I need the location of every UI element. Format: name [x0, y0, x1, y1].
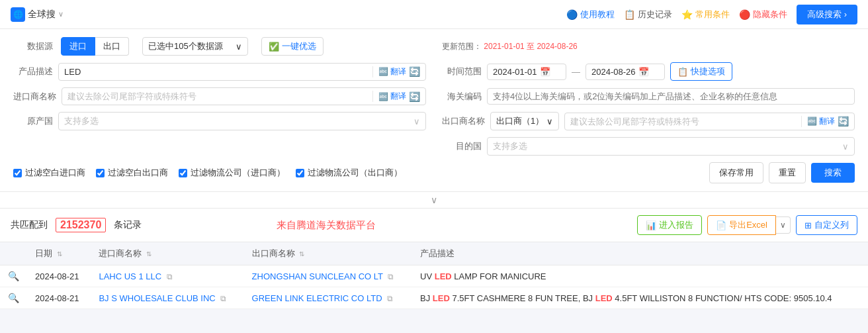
importer-translate-btn[interactable]: 🔤 翻译 — [372, 91, 406, 102]
import-tab[interactable]: 进口 — [61, 37, 95, 56]
row2-importer-link[interactable]: BJ S WHOLESALE CLUB INC — [99, 293, 215, 303]
export-tab[interactable]: 出口 — [95, 37, 129, 56]
importer-input[interactable] — [67, 91, 370, 101]
one-key-btn[interactable]: ✅ 一键优选 — [261, 37, 324, 56]
history-link[interactable]: 📋 历史记录 — [624, 9, 672, 21]
global-search-label: 全球搜 — [28, 9, 56, 21]
row1-led-highlight: LED — [435, 271, 452, 281]
sync-icon[interactable]: 🔄 — [409, 66, 420, 77]
hscode-input[interactable] — [487, 88, 855, 105]
filter-logistics-export-checkbox[interactable]: 过滤物流公司（出口商） — [296, 167, 402, 179]
row2-exporter-copy-icon[interactable]: ⧉ — [387, 294, 393, 303]
exporter-select-value: 出口商（1） — [496, 115, 544, 127]
top-bar: 🌐 全球搜 ∨ 🔵 使用教程 📋 历史记录 ⭐ 常用条件 🔴 隐藏条件 高级搜索… — [0, 0, 868, 29]
time-range-row: 更新范围： 2021-01-01 至 2024-08-26 — [442, 41, 855, 52]
match-suffix: 条记录 — [114, 219, 142, 231]
product-label: 产品描述 — [13, 66, 53, 77]
export-excel-group: 📄 导出Excel ∨ — [707, 215, 791, 235]
dest-select[interactable]: 支持多选 ∨ — [487, 137, 855, 156]
row2-led-highlight2: LED — [595, 293, 613, 303]
sort-date-icon[interactable]: ⇅ — [57, 250, 62, 258]
sort-exporter-icon[interactable]: ⇅ — [299, 250, 304, 258]
translate-button[interactable]: 🔤 翻译 — [372, 66, 406, 77]
match-count: 2152370 — [56, 218, 106, 232]
origin-placeholder: 支持多选 — [64, 115, 99, 127]
row1-importer-copy-icon[interactable]: ⧉ — [167, 272, 173, 281]
top-left: 🌐 全球搜 ∨ — [11, 7, 64, 22]
filter-export-label: 过滤空白出口商 — [108, 167, 168, 179]
checkbox-action-row: 过滤空白进口商 过滤空白出口商 过滤物流公司（进口商） 过滤物流公司（出口商） … — [13, 162, 855, 183]
row1-exporter-link[interactable]: ZHONGSHAN SUNCLEAN CO LT — [252, 271, 383, 281]
tutorial-icon: 🔵 — [566, 9, 578, 20]
datasource-select[interactable]: 已选中105个数据源 ∨ — [142, 37, 248, 56]
custom-column-button[interactable]: ⊞ 自定义列 — [796, 215, 857, 235]
translate2-label: 翻译 — [390, 91, 406, 102]
row1-importer: LAHC US 1 LLC ⧉ — [91, 265, 243, 287]
tutorial-label: 使用教程 — [580, 9, 615, 21]
filter-import-checkbox[interactable]: 过滤空白进口商 — [13, 167, 85, 179]
exporter-translate-btn[interactable]: 🔤 翻译 — [801, 116, 835, 127]
tutorial-link[interactable]: 🔵 使用教程 — [566, 9, 615, 21]
export-dropdown-arrow[interactable]: ∨ — [776, 216, 791, 234]
th-icon — [0, 242, 27, 265]
exporter-type-select[interactable]: 出口商（1） ∨ — [490, 112, 559, 130]
time-range-inputs: 时间范围 2024-01-01 📅 — 2024-08-26 📅 📋 快捷选项 — [442, 62, 855, 81]
row2-importer-copy-icon[interactable]: ⧉ — [220, 294, 226, 303]
calendar-icon: 📅 — [540, 67, 550, 77]
hscode-label: 海关编码 — [442, 91, 482, 103]
filter-export-checkbox[interactable]: 过滤空白出口商 — [96, 167, 168, 179]
history-icon: 📋 — [624, 9, 635, 20]
enter-report-button[interactable]: 📊 进入报告 — [637, 215, 702, 235]
table-header-row: 日期 ⇅ 进口商名称 ⇅ 出口商名称 ⇅ 产品描述 — [0, 242, 868, 265]
excel-icon: 📄 — [716, 220, 726, 230]
checkmark-icon: ✅ — [269, 42, 279, 52]
quick-select-button[interactable]: 📋 快捷选项 — [670, 62, 732, 81]
reset-label: 重置 — [779, 167, 796, 177]
sort-importer-icon[interactable]: ⇅ — [146, 250, 152, 258]
translate-label: 翻译 — [390, 66, 406, 77]
dropdown-arrow-icon[interactable]: ∨ — [58, 10, 64, 19]
importer-label: 进口商名称 — [13, 91, 56, 103]
date-end-input[interactable]: 2024-08-26 📅 — [586, 64, 665, 80]
filter-logistics-import-checkbox[interactable]: 过滤物流公司（进口商） — [179, 167, 285, 179]
search-button[interactable]: 搜索 — [811, 163, 855, 183]
exporter-sync-icon[interactable]: 🔄 — [838, 116, 849, 126]
row1-importer-link[interactable]: LAHC US 1 LLC — [99, 271, 161, 281]
export-excel-button[interactable]: 📄 导出Excel — [707, 215, 776, 235]
row2-exporter-link[interactable]: GREEN LINK ELECTRIC CO LTD — [252, 293, 382, 303]
product-input[interactable] — [64, 67, 370, 77]
row2-exporter: GREEN LINK ELECTRIC CO LTD ⧉ — [244, 287, 412, 309]
origin-select[interactable]: 支持多选 ∨ — [58, 112, 426, 130]
hscode-row: 海关编码 — [442, 88, 855, 105]
table-wrap: 日期 ⇅ 进口商名称 ⇅ 出口商名称 ⇅ 产品描述 🔍 2 — [0, 242, 868, 309]
search-label: 搜索 — [824, 167, 842, 177]
translate2-icon: 🔤 — [378, 92, 388, 101]
filter-logistics-export-label: 过滤物流公司（出口商） — [308, 167, 402, 179]
dest-chevron-icon: ∨ — [842, 142, 849, 152]
common-label: 常用条件 — [695, 9, 730, 21]
common-conditions-link[interactable]: ⭐ 常用条件 — [681, 9, 730, 21]
collapse-row[interactable]: ∨ — [0, 192, 868, 209]
filter-import-label: 过滤空白进口商 — [25, 167, 85, 179]
th-exporter: 出口商名称 ⇅ — [244, 242, 412, 265]
action-buttons: 保存常用 重置 搜索 — [709, 162, 855, 183]
translate-icon: 🔤 — [378, 67, 388, 76]
enter-report-label: 进入报告 — [659, 219, 693, 231]
date-start-input[interactable]: 2024-01-01 📅 — [487, 64, 566, 80]
results-table: 日期 ⇅ 进口商名称 ⇅ 出口商名称 ⇅ 产品描述 🔍 2 — [0, 242, 868, 309]
reset-button[interactable]: 重置 — [769, 162, 806, 183]
row2-product-text3: 4.5FT WILLISTON 8 FUNCTION/ HTS CODE: 95… — [613, 293, 832, 303]
advanced-search-button[interactable]: 高级搜索 › — [797, 5, 857, 24]
exporter-input[interactable] — [570, 117, 799, 126]
save-button[interactable]: 保存常用 — [709, 162, 763, 183]
datasource-label: 数据源 — [13, 40, 53, 52]
row1-search-icon[interactable]: 🔍 — [0, 265, 27, 287]
translate3-label: 翻译 — [819, 116, 835, 127]
row2-search-icon[interactable]: 🔍 — [0, 287, 27, 309]
hide-conditions-link[interactable]: 🔴 隐藏条件 — [739, 9, 787, 21]
importer-sync-icon[interactable]: 🔄 — [409, 91, 420, 102]
search-panel: 数据源 进口 出口 已选中105个数据源 ∨ ✅ 一键优选 更新范围： 2021… — [0, 29, 868, 192]
row1-exporter-copy-icon[interactable]: ⧉ — [388, 272, 394, 281]
dest-row: 目的国 支持多选 ∨ — [442, 137, 855, 156]
dest-label: 目的国 — [442, 140, 482, 152]
